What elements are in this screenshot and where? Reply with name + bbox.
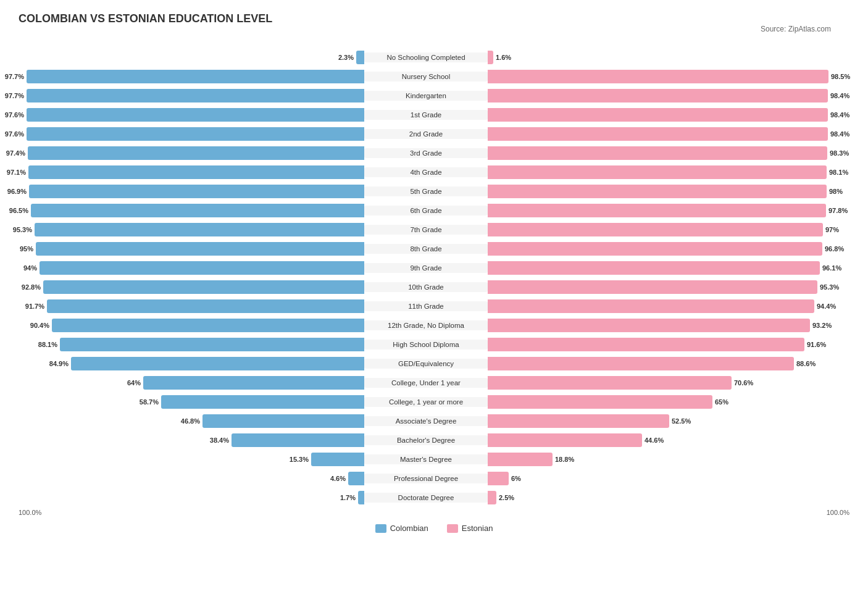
chart-row: 96.9% 5th Grade 98% [19, 183, 849, 200]
left-section: 46.8% [19, 413, 364, 429]
right-section: 93.2% [488, 317, 833, 333]
row-label: College, 1 year or more [364, 397, 488, 407]
left-section: 97.6% [19, 126, 364, 142]
row-label: Master's Degree [364, 454, 488, 464]
colombian-bar [143, 376, 364, 390]
left-section: 96.9% [19, 183, 364, 199]
colombian-bar [348, 472, 364, 485]
chart-row: 97.6% 1st Grade 98.4% [19, 106, 849, 123]
estonian-bar [488, 433, 642, 447]
row-bars: 97.4% 3rd Grade 98.3% [19, 145, 849, 161]
estonian-value: 98.4% [830, 130, 849, 138]
colombian-value: 4.6% [330, 475, 346, 482]
chart-area: 2.3% No Schooling Completed 1.6% 97.7% N… [19, 30, 849, 516]
left-section: 58.7% [19, 394, 364, 410]
row-bars: 64% College, Under 1 year 70.6% [19, 375, 849, 391]
chart-row: 97.1% 4th Grade 98.1% [19, 164, 849, 181]
chart-row: 97.7% Kindergarten 98.4% [19, 87, 849, 104]
chart-row: 97.6% 2nd Grade 98.4% [19, 125, 849, 143]
row-bars: 84.9% GED/Equivalency 88.6% [19, 356, 849, 372]
estonian-bar [488, 108, 828, 122]
row-label: 1st Grade [364, 110, 488, 120]
right-section: 52.5% [488, 413, 833, 429]
row-label: 12th Grade, No Diploma [364, 320, 488, 330]
chart-row: 84.9% GED/Equivalency 88.6% [19, 355, 849, 372]
estonian-bar [488, 357, 794, 370]
row-bars: 4.6% Professional Degree 6% [19, 470, 849, 487]
colombian-value: 58.7% [140, 398, 159, 406]
estonian-value: 88.6% [796, 360, 816, 367]
colombian-value: 1.7% [340, 494, 356, 501]
chart-row: 38.4% Bachelor's Degree 44.6% [19, 432, 849, 449]
chart-row: 95% 8th Grade 96.8% [19, 240, 849, 257]
colombian-bar [35, 223, 364, 236]
chart-title: COLOMBIAN VS ESTONIAN EDUCATION LEVEL [19, 12, 849, 25]
colombian-value: 90.4% [30, 322, 49, 329]
estonian-bar [488, 223, 823, 236]
right-section: 96.1% [488, 260, 833, 276]
estonian-bar [488, 299, 814, 313]
estonian-value: 18.8% [555, 456, 574, 463]
row-bars: 92.8% 10th Grade 95.3% [19, 279, 849, 295]
estonian-value: 52.5% [672, 417, 691, 425]
row-bars: 15.3% Master's Degree 18.8% [19, 451, 849, 467]
estonian-bar [488, 70, 828, 83]
row-label: GED/Equivalency [364, 359, 488, 369]
row-bars: 97.7% Nursery School 98.5% [19, 69, 849, 85]
colombian-bar [202, 414, 364, 428]
chart-row: 1.7% Doctorate Degree 2.5% [19, 489, 849, 506]
colombian-bar [43, 280, 364, 294]
colombian-bar [60, 338, 364, 351]
estonian-value: 98.4% [830, 111, 849, 119]
colombian-value: 97.7% [5, 73, 24, 80]
colombian-bar [47, 299, 364, 313]
row-label: Nursery School [364, 72, 488, 82]
row-label: 8th Grade [364, 244, 488, 254]
chart-row: 4.6% Professional Degree 6% [19, 470, 849, 487]
left-section: 90.4% [19, 317, 364, 333]
row-bars: 2.3% No Schooling Completed 1.6% [19, 49, 849, 65]
chart-row: 97.4% 3rd Grade 98.3% [19, 144, 849, 162]
right-section: 1.6% [488, 49, 833, 65]
estonian-value: 98.1% [829, 169, 848, 176]
row-label: 3rd Grade [364, 148, 488, 158]
chart-row: 2.3% No Schooling Completed 1.6% [19, 49, 849, 66]
left-section: 94% [19, 260, 364, 276]
colombian-value: 95.3% [13, 226, 32, 233]
chart-row: 46.8% Associate's Degree 52.5% [19, 412, 849, 430]
row-label: 9th Grade [364, 263, 488, 273]
row-bars: 97.1% 4th Grade 98.1% [19, 164, 849, 180]
estonian-bar [488, 146, 827, 160]
chart-row: 91.7% 11th Grade 94.4% [19, 298, 849, 315]
colombian-bar [27, 89, 364, 102]
right-section: 2.5% [488, 490, 833, 506]
colombian-bar [27, 127, 364, 141]
colombian-bar [311, 453, 364, 466]
chart-row: 94% 9th Grade 96.1% [19, 259, 849, 277]
chart-row: 96.5% 6th Grade 97.8% [19, 202, 849, 219]
right-section: 44.6% [488, 432, 833, 448]
row-label: Bachelor's Degree [364, 435, 488, 445]
left-section: 91.7% [19, 298, 364, 314]
colombian-value: 95% [20, 245, 33, 253]
legend-estonian-box [447, 524, 458, 533]
right-section: 91.6% [488, 337, 833, 353]
colombian-value: 97.4% [6, 149, 25, 157]
row-label: Kindergarten [364, 91, 488, 101]
estonian-bar [488, 453, 553, 466]
estonian-value: 1.6% [496, 54, 511, 61]
estonian-bar [488, 491, 496, 504]
colombian-bar [358, 491, 364, 504]
left-section: 88.1% [19, 337, 364, 353]
colombian-value: 38.4% [210, 437, 229, 444]
left-section: 38.4% [19, 432, 364, 448]
row-bars: 91.7% 11th Grade 94.4% [19, 298, 849, 314]
estonian-value: 97% [825, 226, 839, 233]
colombian-value: 91.7% [25, 303, 44, 310]
chart-row: 90.4% 12th Grade, No Diploma 93.2% [19, 317, 849, 334]
chart-row: 58.7% College, 1 year or more 65% [19, 393, 849, 411]
estonian-bar [488, 89, 828, 102]
chart-row: 15.3% Master's Degree 18.8% [19, 451, 849, 468]
colombian-bar [27, 108, 364, 122]
colombian-bar [27, 70, 364, 83]
